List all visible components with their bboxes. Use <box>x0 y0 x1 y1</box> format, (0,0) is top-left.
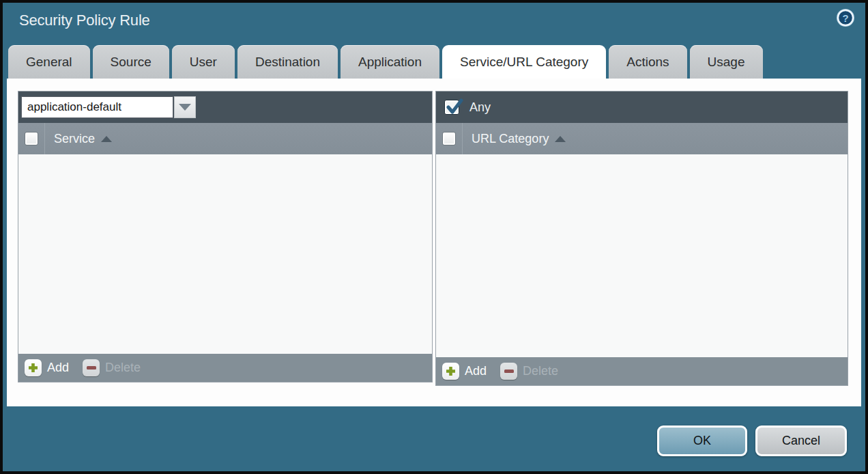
sort-ascending-icon[interactable] <box>101 136 112 142</box>
tab-source[interactable]: Source <box>93 45 169 79</box>
service-toolbar: application-default <box>18 92 432 123</box>
tab-destination[interactable]: Destination <box>237 45 338 79</box>
tab-service-url-category[interactable]: Service/URL Category <box>442 45 606 79</box>
tab-strip: General Source User Destination Applicat… <box>8 45 860 79</box>
url-category-footer: Add Delete <box>436 357 848 385</box>
url-category-select-all-checkbox[interactable] <box>442 132 456 145</box>
add-button-label: Add <box>465 364 487 378</box>
column-divider <box>462 123 463 154</box>
tab-general[interactable]: General <box>8 45 90 79</box>
any-checkbox[interactable] <box>444 100 459 115</box>
any-label: Any <box>469 100 491 115</box>
tab-user[interactable]: User <box>172 45 235 79</box>
url-category-list-body <box>436 154 848 357</box>
sort-ascending-icon[interactable] <box>555 136 566 142</box>
svg-text:?: ? <box>842 12 848 24</box>
blue-checkmark-icon <box>446 98 463 116</box>
service-column-label[interactable]: Service <box>54 132 95 146</box>
dialog-title: Security Policy Rule <box>19 12 150 29</box>
url-category-column-header: URL Category <box>436 123 848 154</box>
ok-button[interactable]: OK <box>657 426 747 456</box>
minus-icon <box>500 363 517 380</box>
service-type-dropdown[interactable]: application-default <box>21 96 173 118</box>
minus-icon <box>83 359 100 376</box>
help-icon[interactable]: ? <box>836 8 855 27</box>
url-category-panel: Any URL Category Add <box>435 91 848 386</box>
delete-button-label: Delete <box>105 361 141 375</box>
tab-actions[interactable]: Actions <box>609 45 686 79</box>
tab-usage[interactable]: Usage <box>690 45 763 79</box>
tab-content-service-url-category: application-default Service Add <box>7 79 861 406</box>
delete-button-label: Delete <box>523 364 558 378</box>
service-select-all-checkbox[interactable] <box>25 132 38 145</box>
chevron-down-icon <box>179 104 191 111</box>
add-button-label: Add <box>47 361 69 375</box>
service-type-dropdown-button[interactable] <box>174 96 196 118</box>
tab-application[interactable]: Application <box>341 45 439 79</box>
plus-icon <box>25 359 42 376</box>
column-divider <box>44 123 45 154</box>
url-category-any-bar: Any <box>436 92 848 123</box>
dialog-titlebar: Security Policy Rule ? <box>3 3 865 45</box>
service-delete-button[interactable]: Delete <box>83 359 141 376</box>
url-category-add-button[interactable]: Add <box>442 363 487 380</box>
service-panel: application-default Service Add <box>18 91 433 382</box>
service-column-header: Service <box>18 123 432 154</box>
service-add-button[interactable]: Add <box>25 359 69 376</box>
plus-icon <box>442 363 459 380</box>
url-category-delete-button[interactable]: Delete <box>500 363 558 380</box>
cancel-button[interactable]: Cancel <box>755 426 847 456</box>
url-category-column-label[interactable]: URL Category <box>472 132 549 146</box>
service-footer: Add Delete <box>18 354 432 382</box>
security-policy-rule-dialog: Security Policy Rule ? General Source Us… <box>3 3 865 471</box>
service-list-body <box>18 154 432 354</box>
